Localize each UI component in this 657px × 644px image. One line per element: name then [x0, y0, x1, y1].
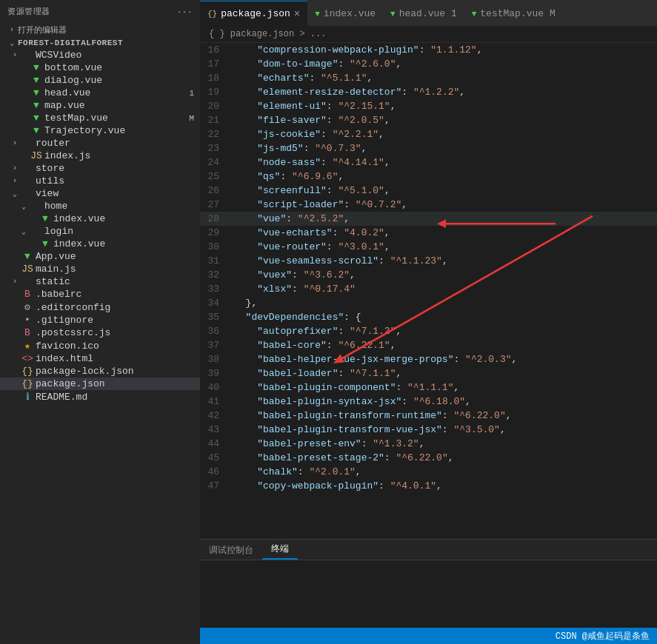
tree-item-babelrc[interactable]: B.babelrc — [0, 288, 200, 301]
tree-item-testmap-vue[interactable]: ▼testMap.vueM — [0, 112, 200, 124]
tree-item-wcsvideo[interactable]: ›WCSVideo — [0, 49, 200, 61]
code-line-16: 16 "compression-webpack-plugin": "1.1.12… — [200, 43, 657, 57]
tree-label-login: login — [43, 226, 200, 237]
tree-item-favicon[interactable]: ★favicon.ico — [0, 339, 200, 352]
line-number-25: 25 — [200, 170, 231, 184]
tree-item-utils[interactable]: ›utils — [0, 175, 200, 187]
tree-item-router[interactable]: ›router — [0, 137, 200, 150]
code-line-41: 41 "babel-plugin-syntax-jsx": "^6.18.0", — [200, 395, 657, 409]
tree-item-editorconfig[interactable]: ⚙.editorconfig — [0, 301, 200, 314]
tree-item-readme[interactable]: ℹREADME.md — [0, 390, 200, 403]
tree-item-login[interactable]: ⌄login — [0, 225, 200, 238]
tab-icon-testmap: ▼ — [472, 10, 477, 19]
tree-item-packagelock[interactable]: {}package-lock.json — [0, 365, 200, 378]
line-content-27: "script-loader": "^0.7.2", — [231, 198, 657, 212]
tab-close-packagejson[interactable]: × — [294, 9, 300, 19]
tabs-bar: {}package.json×▼index.vue▼head.vue 1▼tes… — [200, 0, 657, 26]
code-line-34: 34 }, — [200, 296, 657, 310]
tree-icon-babelrc: B — [21, 289, 34, 300]
tree-item-router-index[interactable]: JSindex.js — [0, 150, 200, 162]
tree-label-indexhtml: index.html — [34, 353, 200, 364]
tree-icon-router-index: JS — [30, 150, 43, 161]
line-number-28: 28 — [200, 212, 231, 226]
tab-packagejson[interactable]: {}package.json× — [200, 1, 307, 26]
line-number-36: 36 — [200, 324, 231, 338]
line-content-44: "babel-preset-env": "^1.3.2", — [231, 437, 657, 451]
open-editors-toggle[interactable]: › 打开的编辑器 — [0, 23, 200, 37]
line-number-31: 31 — [200, 254, 231, 268]
line-content-37: "babel-core": "^6.22.1", — [231, 338, 657, 352]
code-line-19: 19 "element-resize-detector": "^1.2.2", — [200, 85, 657, 99]
tab-headvue[interactable]: ▼head.vue 1 — [383, 1, 464, 26]
tree-label-packagejson: package.json — [34, 378, 200, 389]
line-number-33: 33 — [200, 282, 231, 296]
line-number-46: 46 — [200, 465, 231, 479]
bottom-tab-调试控制台[interactable]: 调试控制台 — [200, 541, 262, 560]
line-number-40: 40 — [200, 380, 231, 395]
tree-item-trajectory-vue[interactable]: ▼Trajectory.vue — [0, 124, 200, 137]
more-icon[interactable]: ··· — [177, 7, 193, 16]
tree-icon-packagelock: {} — [21, 366, 34, 377]
editor-wrapper: 16 "compression-webpack-plugin": "1.1.12… — [200, 43, 657, 539]
code-line-45: 45 "babel-preset-stage-2": "^6.22.0", — [200, 451, 657, 465]
tree-item-packagejson[interactable]: {}package.json — [0, 378, 200, 390]
line-number-43: 43 — [200, 423, 231, 437]
line-content-17: "dom-to-image": "^2.6.0", — [231, 57, 657, 71]
code-line-30: 30 "vue-router": "^3.0.1", — [200, 240, 657, 254]
tree-item-postcssrc[interactable]: B.postcssrc.js — [0, 326, 200, 339]
tab-indexvue[interactable]: ▼index.vue — [307, 1, 383, 26]
line-number-39: 39 — [200, 366, 231, 380]
tree-item-main-js[interactable]: JSmain.js — [0, 263, 200, 275]
code-line-40: 40 "babel-plugin-component": "^1.1.1", — [200, 380, 657, 395]
tree-item-head-vue[interactable]: ▼head.vue1 — [0, 87, 200, 99]
tree-icon-trajectory-vue: ▼ — [30, 125, 43, 136]
tree-item-login-index[interactable]: ▼index.vue — [0, 238, 200, 250]
line-number-23: 23 — [200, 141, 231, 155]
line-content-40: "babel-plugin-component": "^1.1.1", — [231, 380, 657, 395]
line-content-45: "babel-preset-stage-2": "^6.22.0", — [231, 451, 657, 465]
tree-item-view[interactable]: ⌄view — [0, 187, 200, 200]
tab-testmap[interactable]: ▼testMap.vue M — [464, 1, 563, 26]
tree-item-home-index[interactable]: ▼index.vue — [0, 212, 200, 225]
root-folder[interactable]: ⌄ FOREST-DIGITALFOREST — [0, 37, 200, 49]
tree-label-editorconfig: .editorconfig — [34, 302, 200, 313]
code-line-38: 38 "babel-helper-vue-jsx-merge-props": "… — [200, 352, 657, 366]
tree-item-indexhtml[interactable]: <>index.html — [0, 352, 200, 365]
tree-label-view: view — [34, 188, 200, 199]
tree-label-babelrc: .babelrc — [34, 289, 200, 300]
code-editor[interactable]: 16 "compression-webpack-plugin": "1.1.12… — [200, 43, 657, 539]
tree-item-gitignore[interactable]: •.gitignore — [0, 314, 200, 326]
bottom-tab-终端[interactable]: 终端 — [262, 540, 298, 560]
tree-icon-main-js: JS — [21, 264, 34, 275]
tree-label-wcsvideo: WCSVideo — [34, 50, 200, 61]
open-editors-arrow: › — [6, 26, 18, 34]
tree-arrow-utils: › — [9, 177, 21, 185]
tree-label-readme: README.md — [34, 392, 200, 403]
tree-item-static[interactable]: ›static — [0, 275, 200, 288]
line-number-35: 35 — [200, 310, 231, 324]
tree-item-app-vue[interactable]: ▼App.vue — [0, 250, 200, 263]
tree-icon-login-index: ▼ — [39, 238, 52, 249]
tree-icon-dialog-vue: ▼ — [30, 75, 43, 86]
line-number-45: 45 — [200, 451, 231, 465]
tree-label-packagelock: package-lock.json — [34, 366, 200, 377]
tree-label-bottom-vue: bottom.vue — [43, 62, 200, 73]
code-line-28: 28 "vue": "^2.5.2", — [200, 212, 657, 226]
tree-badge-testmap-vue: M — [189, 114, 194, 123]
tree-icon-postcssrc: B — [21, 327, 34, 338]
status-right-text: CSDN @咸鱼起码是条鱼 — [556, 630, 650, 643]
explorer-label: 资源管理器 — [7, 6, 50, 17]
sidebar-header-icons: ··· — [177, 7, 193, 16]
tree-item-bottom-vue[interactable]: ▼bottom.vue — [0, 61, 200, 74]
line-content-32: "vuex": "^3.6.2", — [231, 268, 657, 282]
tree-item-store[interactable]: ›store — [0, 162, 200, 175]
root-arrow: ⌄ — [6, 38, 18, 47]
line-number-27: 27 — [200, 198, 231, 212]
tree-item-dialog-vue[interactable]: ▼dialog.vue — [0, 74, 200, 87]
tree-item-home[interactable]: ⌄home — [0, 200, 200, 212]
code-line-31: 31 "vue-seamless-scroll": "^1.1.23", — [200, 254, 657, 268]
line-content-28: "vue": "^2.5.2", — [231, 212, 657, 226]
tree-badge-head-vue: 1 — [189, 89, 194, 98]
tree-label-dialog-vue: dialog.vue — [43, 75, 200, 86]
tree-item-map-vue[interactable]: ▼map.vue — [0, 99, 200, 112]
